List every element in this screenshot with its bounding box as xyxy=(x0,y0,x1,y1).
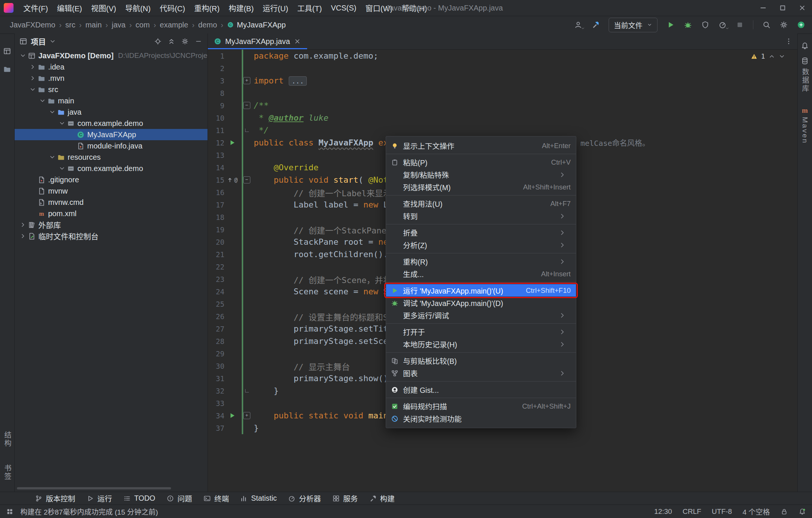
context-menu-item[interactable]: 列选择模式(M)Alt+Shift+Insert xyxy=(386,181,576,193)
breadcrumb-item[interactable]: main xyxy=(85,21,102,29)
toolwindow-button[interactable]: 分析器 xyxy=(282,492,327,504)
close-button[interactable] xyxy=(792,0,812,16)
menu-item[interactable]: 编辑(E) xyxy=(53,0,87,16)
menu-item[interactable]: 重构(R) xyxy=(189,0,224,16)
status-message[interactable]: 构建在 2秒87毫秒内成功完成 (15 分钟之前) xyxy=(20,506,158,516)
code-line[interactable]: 2 xyxy=(208,62,797,74)
code-line[interactable]: 11 */ xyxy=(208,124,797,136)
code-line[interactable]: 3+import ... xyxy=(208,74,797,87)
next-warning-icon[interactable] xyxy=(779,53,785,60)
context-menu-item[interactable]: 创建 Gist... xyxy=(386,383,576,396)
toolwindow-button[interactable]: 构建 xyxy=(364,492,400,504)
panel-settings-icon[interactable] xyxy=(181,38,189,45)
structure-toolwindow-button[interactable]: 结构 xyxy=(2,431,12,448)
context-menu-item[interactable]: 转到 xyxy=(386,210,576,222)
collapse-all-icon[interactable] xyxy=(168,38,175,45)
tree-item[interactable]: .mvn xyxy=(15,73,208,84)
fold-marker[interactable]: − xyxy=(243,102,250,109)
context-menu-item[interactable]: 生成...Alt+Insert xyxy=(386,268,576,280)
breadcrumb-item[interactable]: CMyJavaFXApp xyxy=(227,21,286,29)
chevron-down-icon[interactable] xyxy=(38,97,47,104)
chevron-down-icon[interactable] xyxy=(48,154,57,161)
menu-item[interactable]: 构建(B) xyxy=(224,0,258,16)
user-menu-button[interactable] xyxy=(571,18,585,32)
profiler-button[interactable] xyxy=(715,18,730,32)
fold-marker[interactable]: − xyxy=(243,176,250,183)
chevron-down-icon[interactable] xyxy=(58,120,67,127)
context-menu-item[interactable]: 本地历史记录(H) xyxy=(386,338,576,350)
menu-item[interactable]: VCS(S) xyxy=(326,0,361,16)
menu-item[interactable]: 运行(U) xyxy=(258,0,293,16)
chevron-down-icon[interactable] xyxy=(49,38,56,45)
run-gutter-icon[interactable] xyxy=(229,139,236,146)
run-button[interactable] xyxy=(664,18,678,32)
toolwindow-switcher-icon[interactable] xyxy=(6,508,14,515)
code-line[interactable]: 8 xyxy=(208,87,797,99)
maximize-button[interactable] xyxy=(773,0,792,16)
context-menu-item[interactable]: 更多运行/调试 xyxy=(386,309,576,321)
context-menu-item[interactable]: 查找用法(U)Alt+F7 xyxy=(386,197,576,210)
database-icon[interactable] xyxy=(801,57,809,65)
coverage-button[interactable] xyxy=(698,18,712,32)
breadcrumb-item[interactable]: com xyxy=(136,21,150,29)
breadcrumb-item[interactable]: demo xyxy=(198,21,217,29)
chevron-down-icon[interactable] xyxy=(28,86,37,93)
context-menu-item[interactable]: 重构(R) xyxy=(386,255,576,268)
context-menu-item[interactable]: 复制/粘贴特殊 xyxy=(386,168,576,181)
breadcrumb-item[interactable]: java xyxy=(112,21,126,29)
tree-item[interactable]: .gitignore xyxy=(15,174,208,185)
chevron-down-icon[interactable] xyxy=(58,165,67,172)
maven-icon[interactable]: m xyxy=(802,106,808,115)
toolwindow-button[interactable]: 终端 xyxy=(198,492,235,504)
stop-button[interactable] xyxy=(733,18,747,32)
chevron-down-icon[interactable] xyxy=(18,52,27,59)
notification-icon[interactable] xyxy=(798,508,806,515)
debug-button[interactable] xyxy=(681,18,695,32)
chevron-right-icon[interactable] xyxy=(28,64,37,70)
context-menu-item[interactable]: 折叠 xyxy=(386,226,576,239)
chevron-right-icon[interactable] xyxy=(18,221,27,228)
minimize-button[interactable] xyxy=(753,0,773,16)
run-config-selector[interactable]: 当前文件 xyxy=(609,18,657,32)
status-item[interactable]: CRLF xyxy=(683,507,701,516)
editor-tab[interactable]: C MyJavaFXApp.java xyxy=(208,33,307,49)
project-toolwindow-icon[interactable] xyxy=(3,47,11,55)
lock-icon[interactable] xyxy=(780,508,788,515)
tree-item[interactable]: module-info.java xyxy=(15,140,208,151)
tree-item[interactable]: 临时文件和控制台 xyxy=(15,230,208,242)
toolwindow-button[interactable]: Statistic xyxy=(235,492,282,504)
settings-button[interactable] xyxy=(777,18,791,32)
database-toolwindow-button[interactable]: 数据库 xyxy=(800,68,810,93)
context-menu-item[interactable]: 粘贴(P)Ctrl+V xyxy=(386,156,576,168)
fold-marker[interactable]: + xyxy=(243,77,250,84)
code-line[interactable]: 9−/** xyxy=(208,99,797,112)
context-menu-item[interactable]: 调试 'MyJavaFXApp.main()'(D) xyxy=(386,297,576,309)
build-project-button[interactable] xyxy=(588,18,603,32)
toolwindow-button[interactable]: 服务 xyxy=(327,492,364,504)
toolwindow-button[interactable]: TODO xyxy=(118,492,161,504)
menu-item[interactable]: 导航(N) xyxy=(121,0,155,16)
override-gutter-icon[interactable] xyxy=(226,176,233,183)
context-menu-item[interactable]: 运行 'MyJavaFXApp.main()'(U)Ctrl+Shift+F10 xyxy=(386,284,576,297)
hide-panel-icon[interactable] xyxy=(195,38,202,45)
prev-warning-icon[interactable] xyxy=(768,53,775,60)
tree-item[interactable]: mpom.xml xyxy=(15,208,208,219)
tree-item[interactable]: 外部库 xyxy=(15,219,208,230)
tree-item[interactable]: main xyxy=(15,95,208,106)
breadcrumb-item[interactable]: src xyxy=(65,21,76,29)
tree-item[interactable]: com.example.demo xyxy=(15,163,208,174)
tree-item[interactable]: java xyxy=(15,106,208,118)
status-item[interactable]: 12:30 xyxy=(654,507,672,516)
idea-logo-icon[interactable] xyxy=(4,3,14,13)
context-menu-item[interactable]: 显示上下文操作Alt+Enter xyxy=(386,139,576,152)
search-everywhere-button[interactable] xyxy=(759,18,774,32)
tree-item[interactable]: mvnw xyxy=(15,185,208,197)
assistant-plugin-button[interactable] xyxy=(794,18,808,32)
project-panel-title[interactable]: 项目 xyxy=(31,36,46,47)
tree-item[interactable]: .idea xyxy=(15,61,208,73)
context-menu-item[interactable]: 分析(Z) xyxy=(386,239,576,251)
run-gutter-icon[interactable] xyxy=(229,412,236,419)
context-menu-item[interactable]: 图表 xyxy=(386,367,576,379)
code-line[interactable]: 10 * @author luke xyxy=(208,112,797,124)
chevron-right-icon[interactable] xyxy=(18,233,27,239)
